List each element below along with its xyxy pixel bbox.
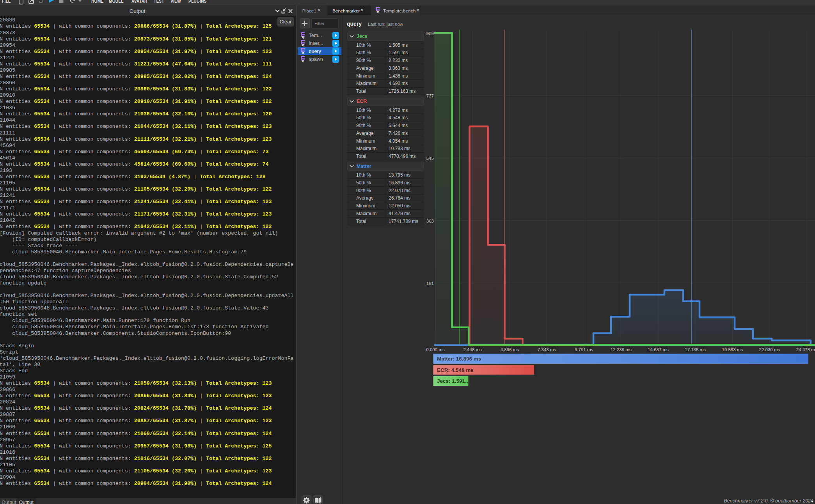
svg-text:22.030 ms: 22.030 ms [759, 347, 780, 352]
svg-text:909: 909 [426, 31, 434, 36]
svg-text:9.791 ms: 9.791 ms [575, 347, 593, 352]
svg-text:727: 727 [426, 94, 434, 98]
svg-text:545: 545 [426, 156, 434, 161]
svg-text:7.343 ms: 7.343 ms [538, 347, 556, 352]
svg-text:Jecs: 1.591...: Jecs: 1.591... [437, 378, 469, 384]
svg-text:181: 181 [426, 281, 434, 286]
svg-text:2.448 ms: 2.448 ms [463, 347, 482, 352]
svg-text:4.896 ms: 4.896 ms [501, 347, 519, 352]
svg-text:363: 363 [426, 219, 434, 223]
svg-text:ECR: 4.548 ms: ECR: 4.548 ms [437, 367, 474, 373]
svg-text:17.135 ms: 17.135 ms [685, 347, 706, 352]
svg-text:Matter: 16.896 ms: Matter: 16.896 ms [437, 356, 481, 362]
svg-text:24.478 ms: 24.478 ms [796, 347, 815, 352]
svg-text:0.000 ms: 0.000 ms [426, 347, 445, 352]
svg-text:19.583 ms: 19.583 ms [722, 347, 743, 352]
svg-text:14.687 ms: 14.687 ms [648, 347, 669, 352]
svg-text:12.239 ms: 12.239 ms [611, 347, 632, 352]
